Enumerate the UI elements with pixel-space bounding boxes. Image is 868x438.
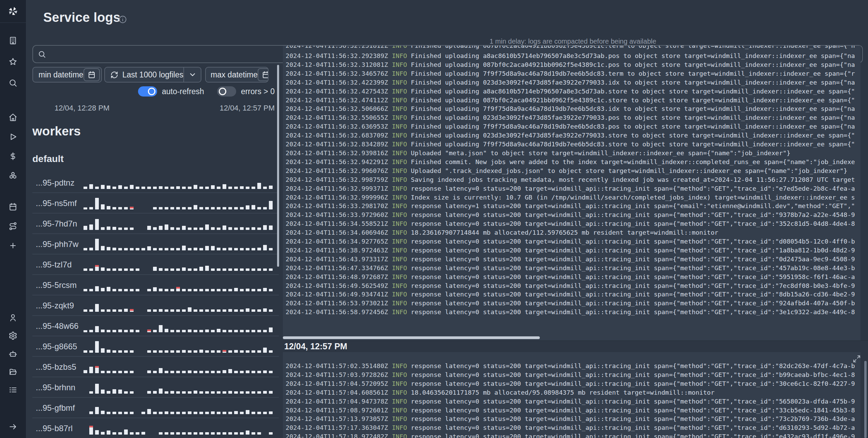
star-icon[interactable] [9, 57, 17, 66]
user-icon[interactable] [9, 313, 17, 322]
dollar-icon[interactable] [9, 152, 17, 161]
toggle-row: auto-refresh errors > 0 [32, 86, 275, 97]
logfiles-select[interactable]: Last 1000 logfiles [104, 67, 201, 83]
log-line: 2024-12-04T11:56:32.999371Z INFO respons… [286, 184, 861, 193]
log-line: 2024-12-04T11:57:03.972826Z INFO respons… [286, 370, 861, 379]
maximize-icon[interactable] [853, 355, 861, 363]
worker-name: ...95-ns5mf [36, 199, 83, 213]
worker-activity-sparkline [83, 300, 277, 315]
sidebar-group-middle [0, 113, 26, 180]
calendar-icon[interactable] [9, 202, 17, 211]
worker-name: ...95-brhnn [36, 383, 83, 397]
worker-activity-sparkline [83, 218, 277, 233]
log-section-time: 12/04, 12:57 PM [283, 341, 347, 351]
worker-row[interactable]: ...95-brhnn [32, 377, 279, 398]
folder-open-icon[interactable] [9, 367, 17, 376]
auto-refresh-label: auto-refresh [162, 87, 204, 96]
log-line: 2024-12-04T11:56:47.334766Z INFO respons… [286, 264, 861, 273]
worker-activity-sparkline [83, 238, 277, 254]
worker-activity-sparkline [83, 177, 277, 192]
range-end: 12/04, 12:57 PM [220, 104, 275, 113]
worker-row[interactable]: ...95-48w66 [32, 316, 279, 336]
worker-row[interactable]: ...95-phh7w [32, 234, 279, 254]
delay-notice: 1 min delay: logs are compacted before b… [283, 38, 863, 45]
worker-activity-sparkline [83, 402, 277, 418]
worker-activity-sparkline [83, 197, 277, 213]
worker-name: ...95-48w66 [36, 321, 83, 336]
calendar-icon[interactable] [258, 68, 269, 81]
auto-refresh-toggle[interactable] [138, 86, 157, 97]
log-line: 2024-12-04T11:56:32.636953Z INFO Finishe… [286, 122, 861, 131]
worker-activity-sparkline [83, 259, 277, 274]
worker-row[interactable]: ...95-gfbmf [32, 398, 279, 418]
log-line: 2024-12-04T11:56:32.939816Z INFO Uploade… [286, 149, 861, 158]
worker-row[interactable]: ...95-bzbs5 [32, 357, 279, 377]
log-line: 2024-12-04T11:56:38.972463Z INFO respons… [286, 246, 861, 255]
chevron-down-icon[interactable] [183, 68, 201, 82]
log-line: 2024-12-04T11:56:32.312081Z INFO Finishe… [286, 60, 861, 69]
worker-row[interactable]: ...95-ns5mf [32, 193, 279, 214]
workspace-building-icon[interactable] [9, 36, 17, 45]
log-vertical-scrollbar[interactable] [864, 361, 867, 438]
worker-activity-sparkline [83, 422, 277, 438]
collapse-arrow-icon[interactable] [9, 422, 17, 431]
max-datetime-filter[interactable]: max datetime [205, 67, 269, 83]
log-section-header: 12/04, 12:57 PM [283, 340, 868, 352]
log-panel-lower: 2024-12-04T11:57:02.351480Z INFO respons… [283, 352, 861, 438]
worker-activity-sparkline [83, 361, 277, 377]
worker-row[interactable]: ...95-g8665 [32, 336, 279, 357]
worker-row[interactable]: ...95-b87rl [32, 418, 279, 438]
errors-toggle[interactable] [217, 86, 236, 97]
search-icon[interactable] [9, 78, 17, 87]
worker-row[interactable]: ...95-zqkt9 [32, 295, 279, 316]
log-panel-upper: 2024-12-04T11:56:32.251812Z INFO Finishe… [283, 46, 861, 340]
worker-row[interactable]: ...95-7hd7n [32, 214, 279, 234]
worker-name: ...95-b87rl [36, 424, 83, 438]
log-line: 2024-12-04T11:56:32.422399Z INFO Finishe… [286, 78, 861, 87]
log-line: 2024-12-04T11:56:33.298170Z INFO respons… [286, 202, 861, 210]
page-title: Service logs [43, 10, 120, 25]
robot-icon[interactable] [9, 349, 17, 358]
log-line: 2024-12-04T11:57:08.972601Z INFO respons… [286, 406, 861, 415]
worker-activity-sparkline [83, 279, 277, 295]
worker-name: ...95-7hd7n [36, 219, 83, 233]
home-icon[interactable] [9, 113, 17, 122]
runs-play-icon[interactable] [9, 132, 17, 141]
calendar-icon[interactable] [83, 68, 100, 81]
worker-group-label: default [32, 154, 64, 164]
worker-activity-sparkline [83, 340, 277, 356]
worker-row[interactable]: ...95-tzl7d [32, 254, 279, 275]
worker-name: ...95-pdtnz [36, 178, 83, 192]
min-datetime-filter[interactable]: min datetime [32, 67, 102, 83]
worker-row[interactable]: ...95-pdtnz [32, 173, 279, 193]
log-line: 2024-12-04T11:56:34.558521Z INFO respons… [286, 219, 861, 228]
plus-icon[interactable] [9, 241, 17, 250]
worker-name: ...95-5rcsm [36, 280, 83, 295]
refresh-icon [110, 71, 118, 79]
log-line: 2024-12-04T11:56:32.427543Z INFO Finishe… [286, 87, 861, 96]
settings-gear-icon[interactable] [9, 331, 17, 340]
log-line: 2024-12-04T11:56:34.927765Z INFO respons… [286, 237, 861, 246]
windmill-logo-icon[interactable] [0, 0, 26, 23]
sidebar-group-middle2 [0, 202, 26, 250]
log-line: 2024-12-04T11:57:18.972482Z INFO respons… [286, 432, 861, 438]
log-horizontal-scrollbar[interactable] [283, 336, 540, 339]
audit-list-icon[interactable] [9, 385, 17, 394]
log-line: 2024-12-04T11:56:32.998759Z INFO Saving … [286, 175, 861, 184]
info-icon[interactable] [118, 15, 127, 24]
app-sidebar [0, 0, 26, 438]
worker-name: ...95-zqkt9 [36, 301, 83, 315]
log-line: 2024-12-04T11:56:32.999996Z INFO Index s… [286, 193, 861, 202]
log-line: 2024-12-04T11:57:04.947378Z INFO respons… [286, 397, 861, 406]
log-line: 2024-12-04T11:56:33.972960Z INFO respons… [286, 210, 861, 219]
log-line: 2024-12-04T11:56:32.474112Z INFO Finishe… [286, 96, 861, 105]
log-line: 2024-12-04T11:56:32.683709Z INFO Finishe… [286, 131, 861, 140]
worker-row[interactable]: ...95-5rcsm [32, 275, 279, 295]
workers-heading: workers [32, 124, 81, 138]
workers-scrollbar[interactable] [277, 65, 279, 267]
route-icon[interactable] [9, 222, 17, 231]
logfiles-label: Last 1000 logfiles [122, 70, 183, 79]
log-line: 2024-12-04T11:56:49.934741Z INFO respons… [286, 290, 861, 299]
log-line: 2024-12-04T11:57:17.363047Z INFO respons… [286, 423, 861, 432]
cubes-icon[interactable] [9, 171, 17, 180]
